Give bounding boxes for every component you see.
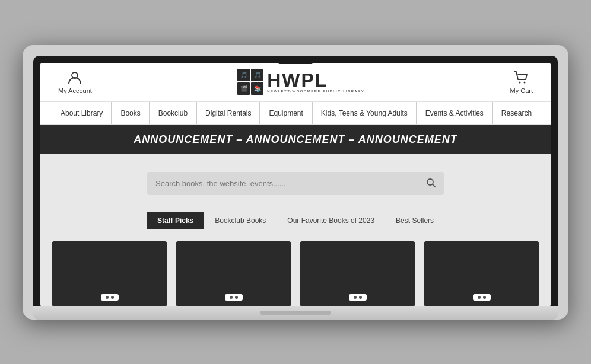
site-header: My Account 🎵 🎵 🎬 📚 HWPL HEWLETT-WOODMERE… <box>40 63 551 101</box>
logo-cell-2: 🎵 <box>251 69 263 81</box>
badge-dot-4 <box>235 296 238 299</box>
books-grid <box>52 241 539 306</box>
nav-item-equipment[interactable]: Equipment <box>259 102 311 124</box>
tab-staff-picks[interactable]: Staff Picks <box>147 212 204 229</box>
badge-dot-6 <box>359 296 362 299</box>
announcement-text: ANNOUNCEMENT – ANNOUNCEMENT – ANNOUNCEME… <box>134 133 457 145</box>
books-tabs: Staff Picks Bookclub Books Our Favorite … <box>52 212 539 229</box>
cart-icon <box>513 69 530 86</box>
account-icon <box>66 69 83 86</box>
book-card-3[interactable] <box>300 241 415 306</box>
laptop-base <box>33 306 558 320</box>
badge-dot-1 <box>106 296 109 299</box>
nav-item-about-library[interactable]: About Library <box>52 102 111 124</box>
logo-cell-4: 📚 <box>251 82 263 95</box>
main-content: Staff Picks Bookclub Books Our Favorite … <box>40 154 551 306</box>
search-container <box>52 172 539 195</box>
badge-dot-5 <box>354 296 357 299</box>
book-card-4[interactable] <box>424 241 539 306</box>
book-badge-1 <box>101 294 119 301</box>
tab-favorite-books-2023[interactable]: Our Favorite Books of 2023 <box>277 212 385 229</box>
laptop-outer: My Account 🎵 🎵 🎬 📚 HWPL HEWLETT-WOODMERE… <box>23 45 568 320</box>
screen-bezel: My Account 🎵 🎵 🎬 📚 HWPL HEWLETT-WOODMERE… <box>33 56 558 306</box>
book-card-1[interactable] <box>52 241 167 306</box>
laptop-screen: My Account 🎵 🎵 🎬 📚 HWPL HEWLETT-WOODMERE… <box>40 63 551 306</box>
book-card-2[interactable] <box>176 241 291 306</box>
nav-item-kids-teens[interactable]: Kids, Teens & Young Adults <box>312 102 416 124</box>
logo-hwpl: HWPL <box>267 71 364 90</box>
logo-grid: 🎵 🎵 🎬 📚 <box>237 69 263 95</box>
badge-dot-3 <box>230 296 233 299</box>
site-nav: About Library Books Bookclub Digital Ren… <box>40 101 551 125</box>
account-section[interactable]: My Account <box>58 69 92 94</box>
tab-bookclub-books[interactable]: Bookclub Books <box>204 212 277 229</box>
announcement-banner: ANNOUNCEMENT – ANNOUNCEMENT – ANNOUNCEME… <box>40 125 551 154</box>
badge-dot-7 <box>478 296 481 299</box>
search-button[interactable] <box>426 178 436 189</box>
svg-point-2 <box>523 81 525 83</box>
account-label: My Account <box>58 87 92 94</box>
nav-item-digital-rentals[interactable]: Digital Rentals <box>196 102 259 124</box>
cart-label: My Cart <box>510 87 533 94</box>
book-badge-4 <box>473 294 491 301</box>
search-bar <box>147 172 444 195</box>
logo-subtitle: HEWLETT-WOODMERE PUBLIC LIBRARY <box>267 90 364 93</box>
header-logo[interactable]: 🎵 🎵 🎬 📚 HWPL HEWLETT-WOODMERE PUBLIC LIB… <box>237 69 364 95</box>
cart-section[interactable]: My Cart <box>510 69 533 94</box>
logo-cell-3: 🎬 <box>237 82 250 95</box>
svg-line-4 <box>433 184 435 187</box>
nav-item-research[interactable]: Research <box>492 102 540 124</box>
badge-dot-8 <box>483 296 486 299</box>
search-icon <box>426 178 436 187</box>
nav-list: About Library Books Bookclub Digital Ren… <box>52 102 539 124</box>
tab-best-sellers[interactable]: Best Sellers <box>385 212 444 229</box>
book-badge-3 <box>349 294 367 301</box>
svg-point-1 <box>519 81 520 83</box>
laptop-base-notch <box>260 311 331 315</box>
logo-text: HWPL HEWLETT-WOODMERE PUBLIC LIBRARY <box>267 71 364 93</box>
badge-dot-2 <box>111 296 114 299</box>
search-input[interactable] <box>155 179 421 188</box>
book-badge-2 <box>225 294 243 301</box>
nav-item-books[interactable]: Books <box>111 102 148 124</box>
logo-cell-1: 🎵 <box>237 69 250 81</box>
laptop-notch <box>278 58 313 64</box>
nav-item-bookclub[interactable]: Bookclub <box>149 102 196 124</box>
nav-item-events[interactable]: Events & Activities <box>416 102 492 124</box>
